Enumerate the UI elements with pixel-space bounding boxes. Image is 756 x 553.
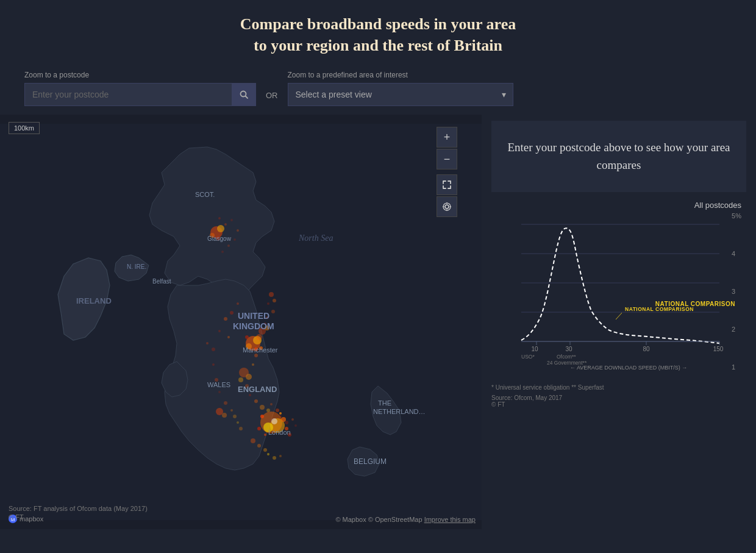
zoom-in-button[interactable]: + <box>437 127 457 148</box>
svg-point-18 <box>279 412 282 415</box>
y-label-4: 4 <box>732 250 741 257</box>
svg-point-36 <box>256 334 262 340</box>
svg-point-73 <box>269 292 274 297</box>
chart-area: All postcodes 5% 4 3 2 1 NATIONAL COMPAR… <box>482 198 756 529</box>
svg-point-50 <box>254 399 258 403</box>
svg-point-46 <box>254 354 258 357</box>
svg-point-14 <box>260 415 264 418</box>
svg-point-67 <box>218 391 221 393</box>
scotland-text-label: SCOT. <box>195 191 215 198</box>
svg-text:30: 30 <box>565 346 572 352</box>
svg-point-49 <box>249 394 251 396</box>
england-text-label: ENGLAND <box>238 385 277 394</box>
svg-line-1 <box>246 96 248 99</box>
chart-svg: 10 30 80 150 USO* Ofcom** 24 Government*… <box>491 212 746 371</box>
n-ireland-text-label: N. IRE. <box>127 263 146 270</box>
svg-point-68 <box>224 401 227 405</box>
header: Compare broadband speeds in your area to… <box>0 0 756 66</box>
chart-container: 5% 4 3 2 1 NATIONAL COMPARISON <box>491 212 746 383</box>
fullscreen-button[interactable] <box>437 174 457 195</box>
london-text-label: London <box>268 429 291 436</box>
main-content: 100km + − <box>0 115 756 529</box>
svg-point-13 <box>271 418 277 424</box>
locate-button[interactable] <box>437 196 457 217</box>
svg-point-75 <box>267 302 269 305</box>
svg-point-76 <box>271 310 275 313</box>
preset-select[interactable]: Select a preset view London Manchester E… <box>288 83 513 106</box>
y-axis-labels: 5% 4 3 2 1 <box>732 212 741 383</box>
map-area[interactable]: 100km + − <box>0 115 482 529</box>
svg-point-72 <box>239 427 243 430</box>
svg-point-62 <box>267 453 269 455</box>
svg-point-64 <box>279 455 282 457</box>
svg-point-54 <box>276 409 279 412</box>
svg-point-82 <box>237 229 239 232</box>
svg-point-32 <box>246 374 252 380</box>
svg-point-60 <box>257 444 261 448</box>
postcode-label: Zoom to a postcode <box>24 71 256 79</box>
svg-point-43 <box>227 336 230 338</box>
svg-point-19 <box>264 433 266 436</box>
y-label-3: 3 <box>732 288 741 295</box>
ireland-label: IRELAND <box>76 296 112 305</box>
uk-text-label2: KINGDOM <box>233 321 274 331</box>
postcode-control-group: Zoom to a postcode <box>24 71 256 106</box>
national-comparison-label: NATIONAL COMPARISON <box>655 301 735 307</box>
y-label-1: 1 <box>732 363 741 371</box>
y-label-5: 5% <box>732 212 741 219</box>
search-icon <box>239 90 249 99</box>
zoom-out-button[interactable]: − <box>437 149 457 169</box>
improve-map-link[interactable]: Improve this map <box>424 516 476 523</box>
svg-text:Ofcom**: Ofcom** <box>557 354 576 360</box>
locate-icon <box>442 202 452 212</box>
wales-text-label: WALES <box>207 381 230 388</box>
svg-point-17 <box>257 427 261 430</box>
svg-line-107 <box>616 313 622 319</box>
svg-point-45 <box>206 342 209 344</box>
page-title: Compare broadband speeds in your area to… <box>12 13 744 56</box>
svg-point-56 <box>285 421 288 424</box>
belgium-text-label: BELGIUM <box>354 457 387 466</box>
y-label-2: 2 <box>732 326 741 333</box>
distribution-curve <box>521 228 719 343</box>
svg-point-84 <box>227 244 230 247</box>
manchester-text-label: Manchester <box>243 346 278 354</box>
map-attribution: © Mapbox © OpenStreetMap Improve this ma… <box>335 516 476 523</box>
svg-point-15 <box>281 417 286 422</box>
svg-point-70 <box>233 415 237 418</box>
svg-point-59 <box>251 438 255 443</box>
svg-point-33 <box>238 377 243 382</box>
svg-text:150: 150 <box>713 346 724 352</box>
postcode-input-wrap <box>24 83 256 106</box>
map-copyright: © FT <box>9 513 24 521</box>
svg-point-51 <box>260 405 265 410</box>
netherlands-text-label: THE <box>378 399 391 407</box>
svg-point-25 <box>245 335 249 339</box>
chart-title: All postcodes <box>491 201 746 210</box>
svg-point-47 <box>252 363 254 366</box>
svg-point-58 <box>294 424 297 427</box>
info-box: Enter your postcode above to see how you… <box>491 121 746 192</box>
svg-point-37 <box>216 408 223 415</box>
svg-point-42 <box>218 330 221 332</box>
info-box-text: Enter your postcode above to see how you… <box>504 139 734 174</box>
svg-point-79 <box>218 217 221 219</box>
belfast-text-label: Belfast <box>152 278 171 285</box>
postcode-input[interactable] <box>24 83 256 106</box>
fullscreen-icon <box>442 180 452 190</box>
svg-point-40 <box>237 302 239 305</box>
svg-point-44 <box>212 348 215 351</box>
glasgow-text-label: Glasgow <box>207 235 232 242</box>
search-button[interactable] <box>232 83 256 106</box>
svg-text:USO*: USO* <box>521 354 535 360</box>
svg-point-83 <box>234 238 236 241</box>
svg-point-65 <box>212 363 215 366</box>
map-svg[interactable]: IRELAND <box>0 115 482 529</box>
svg-point-85 <box>221 251 224 253</box>
svg-point-61 <box>263 448 267 452</box>
preset-control-group: Zoom to a predefined area of interest Se… <box>288 71 513 106</box>
preset-label: Zoom to a predefined area of interest <box>288 71 513 79</box>
svg-point-2 <box>445 205 449 209</box>
uk-text-label: UNITED <box>238 311 269 321</box>
svg-point-69 <box>230 409 233 412</box>
